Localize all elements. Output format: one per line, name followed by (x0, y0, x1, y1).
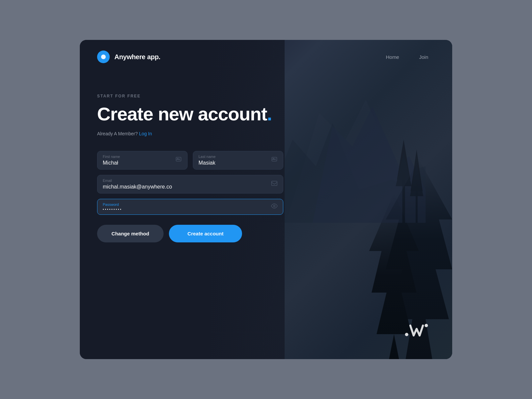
email-input[interactable] (103, 184, 278, 190)
logo-icon (97, 51, 110, 63)
person-icon-2 (271, 156, 278, 164)
email-field: Email (97, 175, 283, 194)
password-field: Password ••••••••• (97, 199, 283, 215)
last-name-label: Last name (199, 155, 278, 159)
first-name-input[interactable] (103, 160, 182, 166)
app-name: Anywhere app. (114, 53, 160, 61)
registration-form: First name Last name (97, 151, 283, 242)
change-method-button[interactable]: Change method (97, 225, 164, 242)
nav: Home Join (386, 54, 428, 60)
main-content: START FOR FREE Create new account. Alrea… (80, 74, 452, 359)
main-card: Anywhere app. Home Join START FOR FREE C… (80, 40, 452, 359)
svg-rect-13 (272, 181, 277, 185)
first-name-label: First name (103, 155, 182, 159)
person-icon (175, 156, 182, 164)
already-member-text: Already A Member? Log In (97, 131, 435, 136)
svg-point-15 (405, 333, 408, 336)
create-account-button[interactable]: Create account (169, 225, 242, 242)
eye-icon[interactable] (271, 202, 278, 211)
nav-join[interactable]: Join (419, 54, 428, 60)
button-row: Change method Create account (97, 225, 283, 242)
svg-point-14 (274, 205, 275, 207)
password-label: Password (103, 202, 278, 206)
nav-home[interactable]: Home (386, 54, 399, 60)
logo-icon-inner (101, 55, 106, 59)
email-label: Email (103, 179, 278, 183)
already-text: Already A Member? (97, 131, 138, 136)
last-name-field: Last name (193, 151, 283, 170)
start-label: START FOR FREE (97, 94, 435, 98)
password-dots: ••••••••• (103, 208, 278, 211)
heading-text: Create new account (97, 103, 267, 124)
heading-dot: . (267, 103, 272, 124)
first-name-field: First name (97, 151, 188, 170)
login-link[interactable]: Log In (139, 131, 152, 136)
last-name-input[interactable] (199, 160, 278, 166)
header: Anywhere app. Home Join (80, 40, 452, 74)
svg-point-16 (425, 324, 428, 327)
page-heading: Create new account. (97, 104, 435, 124)
email-icon (271, 180, 278, 188)
bottom-logo-mark (405, 321, 435, 342)
name-row: First name Last name (97, 151, 283, 170)
logo-area: Anywhere app. (97, 51, 160, 63)
